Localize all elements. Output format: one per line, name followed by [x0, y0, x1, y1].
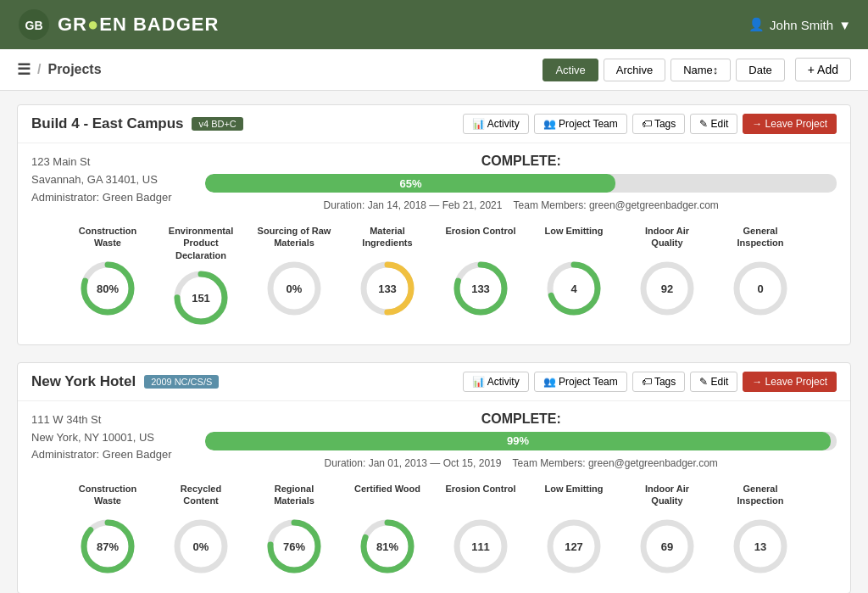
logo-icon: GB: [17, 8, 51, 42]
donut-chart: 80%: [78, 259, 137, 318]
project-title-area: New York Hotel 2009 NC/CS/S: [31, 373, 219, 390]
toggle-name-button[interactable]: Name↕: [670, 59, 731, 81]
donut-value: 0: [757, 283, 763, 295]
metric-label: Erosion Control: [442, 225, 519, 252]
project-complete-section: COMPLETE: 99% Duration: Jan 01, 2013 — O…: [205, 411, 837, 469]
svg-text:GB: GB: [25, 19, 43, 32]
metric-label: Low Emitting: [536, 225, 612, 252]
metric-item: Construction Waste 87%: [70, 483, 146, 576]
metric-label: Material Ingredients: [349, 225, 426, 252]
donut-value: 4: [570, 283, 576, 295]
metric-label: Low Emitting: [536, 483, 612, 510]
donut-value: 87%: [97, 540, 119, 552]
donut-value: 76%: [283, 540, 305, 552]
project-card: Build 4 - East Campus v4 BD+C 📊 Activity…: [17, 104, 851, 345]
duration-text: Duration: Jan 01, 2013 — Oct 15, 2019 Te…: [205, 457, 837, 469]
logo: GB GR●EN BADGER: [17, 8, 219, 42]
donut-chart: 133: [358, 259, 417, 318]
project-badge: v4 BD+C: [192, 117, 242, 131]
metric-label: Recycled Content: [163, 483, 239, 510]
project-address: 123 Main St Savannah, GA 31401, US Admin…: [31, 154, 171, 206]
metric-label: Regional Materials: [256, 483, 332, 510]
nav-right: Active Archive Name↕ Date + Add: [542, 58, 851, 81]
metric-label: Certified Wood: [349, 483, 426, 510]
leave-project-button[interactable]: → Leave Project: [743, 114, 837, 134]
donut-chart: 0: [731, 259, 790, 318]
donut-value: 69: [661, 540, 673, 552]
metric-item: Recycled Content 0%: [163, 483, 239, 576]
project-info-row: 123 Main St Savannah, GA 31401, US Admin…: [31, 154, 837, 211]
metric-label: General Inspection: [722, 483, 798, 510]
address-line1: 111 W 34th St: [31, 411, 171, 429]
project-card: New York Hotel 2009 NC/CS/S 📊 Activity 👥…: [17, 362, 851, 593]
activity-button[interactable]: 📊 Activity: [463, 114, 529, 134]
donut-chart: 111: [451, 517, 510, 576]
add-button[interactable]: + Add: [795, 58, 851, 81]
metric-item: Environmental Product Declaration 151: [163, 225, 239, 327]
edit-button[interactable]: ✎ Edit: [690, 372, 737, 392]
complete-label: COMPLETE:: [205, 411, 837, 427]
donut-value: 0%: [287, 283, 303, 295]
donut-value: 133: [471, 283, 490, 295]
project-title-area: Build 4 - East Campus v4 BD+C: [31, 115, 243, 132]
complete-label: COMPLETE:: [205, 154, 837, 169]
tags-button[interactable]: 🏷 Tags: [632, 114, 685, 134]
progress-bar-bg: 65%: [205, 174, 837, 193]
user-name: John Smith: [770, 18, 833, 32]
metric-label: Sourcing of Raw Materials: [256, 225, 332, 252]
metric-label: Erosion Control: [442, 483, 519, 510]
administrator: Administrator: Green Badger: [31, 446, 171, 464]
metric-label: General Inspection: [722, 225, 798, 252]
toggle-active-button[interactable]: Active: [542, 59, 598, 81]
address-line2: Savannah, GA 31401, US: [31, 171, 171, 189]
project-title: New York Hotel: [31, 373, 136, 390]
edit-button[interactable]: ✎ Edit: [690, 114, 737, 134]
app-header: GB GR●EN BADGER 👤 John Smith ▼: [0, 0, 868, 49]
project-title: Build 4 - East Campus: [31, 115, 183, 132]
progress-bar-bg: 99%: [205, 432, 837, 450]
tags-button[interactable]: 🏷 Tags: [632, 372, 685, 392]
donut-value: 81%: [376, 540, 398, 552]
project-team-button[interactable]: 👥 Project Team: [534, 114, 627, 134]
metrics-row: Construction Waste 87% Recycled Content …: [31, 469, 837, 583]
metric-item: Sourcing of Raw Materials 0%: [256, 225, 332, 327]
donut-chart: 13: [731, 517, 790, 576]
leave-project-button[interactable]: → Leave Project: [743, 372, 837, 392]
dropdown-icon: ▼: [838, 18, 851, 32]
logo-text: GR●EN BADGER: [58, 14, 219, 36]
project-header: Build 4 - East Campus v4 BD+C 📊 Activity…: [18, 105, 850, 143]
project-info-row: 111 W 34th St New York, NY 10001, US Adm…: [31, 411, 837, 469]
donut-chart: 69: [637, 517, 697, 576]
hamburger-icon[interactable]: ☰: [17, 60, 31, 79]
donut-chart: 4: [544, 259, 604, 318]
metric-item: General Inspection 13: [722, 483, 798, 576]
metric-label: Indoor Air Quality: [629, 483, 705, 510]
metric-label: Construction Waste: [70, 225, 146, 252]
address-line2: New York, NY 10001, US: [31, 429, 171, 447]
user-menu[interactable]: 👤 John Smith ▼: [748, 17, 851, 32]
donut-chart: 81%: [358, 517, 417, 576]
metric-item: Regional Materials 76%: [256, 483, 332, 576]
metric-label: Construction Waste: [70, 483, 146, 510]
donut-value: 111: [471, 540, 490, 552]
project-badge: 2009 NC/CS/S: [144, 375, 219, 389]
donut-chart: 151: [171, 268, 231, 327]
duration-text: Duration: Jan 14, 2018 — Feb 21, 2021 Te…: [205, 199, 837, 211]
metric-item: Erosion Control 111: [442, 483, 519, 576]
metrics-row: Construction Waste 80% Environmental Pro…: [31, 211, 837, 334]
metric-item: Construction Waste 80%: [70, 225, 146, 327]
project-team-button[interactable]: 👥 Project Team: [534, 372, 627, 392]
metric-item: Erosion Control 133: [442, 225, 519, 327]
project-address: 111 W 34th St New York, NY 10001, US Adm…: [31, 411, 171, 464]
activity-button[interactable]: 📊 Activity: [463, 372, 529, 392]
metric-item: Indoor Air Quality 69: [629, 483, 705, 576]
donut-chart: 127: [544, 517, 604, 576]
donut-chart: 0%: [264, 259, 324, 318]
metric-item: Material Ingredients 133: [349, 225, 426, 327]
progress-bar-fill: 65%: [205, 174, 615, 193]
metric-item: Indoor Air Quality 92: [629, 225, 705, 327]
project-body: 123 Main St Savannah, GA 31401, US Admin…: [18, 143, 850, 344]
toggle-date-button[interactable]: Date: [736, 59, 784, 81]
donut-chart: 87%: [78, 517, 137, 576]
toggle-archive-button[interactable]: Archive: [604, 59, 665, 81]
